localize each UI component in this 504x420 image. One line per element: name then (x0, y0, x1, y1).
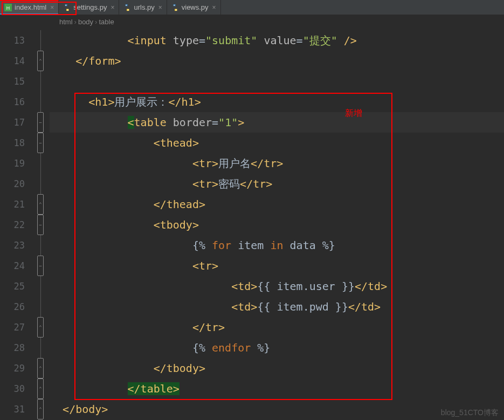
line-number: 14 (0, 51, 31, 71)
line-number: 24 (0, 256, 31, 276)
line-number: 19 (0, 153, 31, 174)
line-number: 29 (0, 358, 31, 378)
code-line[interactable]: {% endfor %} (50, 338, 504, 358)
code-line[interactable]: <tbody> (50, 215, 504, 235)
watermark: blog_51CTO博客 (441, 408, 499, 418)
line-number: 22 (0, 215, 31, 235)
python-file-icon (63, 4, 71, 11)
python-file-icon (123, 4, 131, 11)
line-number: 27 (0, 317, 31, 338)
fold-column[interactable]: ⌃−−⌃−−⌃⌃⌃⌃ (31, 28, 50, 419)
svg-point-2 (66, 4, 67, 5)
line-number: 15 (0, 71, 31, 92)
code-line[interactable]: <td>{{ item.user }}</td> (50, 276, 504, 297)
svg-point-3 (67, 9, 68, 10)
code-line[interactable]: </tbody> (50, 358, 504, 378)
fold-gutter-cell: − (31, 215, 50, 235)
line-number: 23 (0, 235, 31, 256)
fold-toggle-icon[interactable]: − (37, 133, 44, 153)
fold-gutter-cell: ⌃ (31, 51, 50, 71)
fold-gutter-cell: ⌃ (31, 378, 50, 399)
line-number: 28 (0, 338, 31, 358)
annotation-label: 新增 (345, 108, 362, 119)
line-number: 21 (0, 194, 31, 215)
fold-gutter-cell: − (31, 133, 50, 153)
svg-point-5 (128, 9, 129, 10)
fold-gutter-cell: ⌃ (31, 317, 50, 338)
fold-toggle-icon[interactable]: ⌃ (37, 358, 44, 378)
line-gutter: 13141516171819202122232425262728293031 (0, 28, 31, 419)
tab-label: index.html (15, 3, 46, 11)
code-line[interactable]: <td>{{ item.pwd }}</td> (50, 297, 504, 317)
close-icon[interactable]: × (212, 4, 216, 11)
python-file-icon (171, 4, 179, 11)
code-line[interactable]: </body> (50, 399, 504, 419)
fold-gutter-cell (31, 338, 50, 358)
fold-toggle-icon[interactable]: − (37, 256, 44, 276)
tab-views-py[interactable]: views.py× (167, 0, 221, 15)
breadcrumb-item[interactable]: body (78, 18, 93, 26)
fold-toggle-icon[interactable]: ⌃ (37, 378, 44, 399)
line-number: 25 (0, 276, 31, 297)
fold-gutter-cell: − (31, 112, 50, 133)
close-icon[interactable]: × (111, 4, 114, 11)
code-line[interactable]: <h1>用户展示：</h1> (50, 92, 504, 112)
code-line[interactable] (50, 71, 504, 92)
line-number: 18 (0, 133, 31, 153)
fold-gutter-cell (31, 276, 50, 297)
fold-gutter-cell (31, 30, 50, 51)
code-line[interactable]: <tr> (50, 256, 504, 276)
code-line[interactable]: {% for item in data %} (50, 235, 504, 256)
tab-label: urls.py (134, 3, 154, 11)
svg-point-7 (176, 9, 177, 10)
line-number: 16 (0, 92, 31, 112)
fold-toggle-icon[interactable]: ⌃ (37, 51, 44, 71)
breadcrumb: html›body›table (0, 15, 504, 28)
line-number: 20 (0, 174, 31, 194)
svg-text:H: H (6, 5, 10, 10)
code-area[interactable]: <input type="submit" value="提交" /> </for… (50, 28, 504, 419)
fold-gutter-cell (31, 297, 50, 317)
line-number: 30 (0, 378, 31, 399)
fold-gutter-cell: ⌃ (31, 358, 50, 378)
code-line[interactable]: <tr>用户名</tr> (50, 153, 504, 174)
fold-gutter-cell (31, 235, 50, 256)
fold-gutter-cell (31, 153, 50, 174)
tab-urls-py[interactable]: urls.py× (119, 0, 167, 15)
tab-label: settings.py (73, 3, 107, 11)
fold-toggle-icon[interactable]: − (37, 112, 44, 133)
code-line[interactable]: </tr> (50, 317, 504, 338)
fold-gutter-cell: ⌃ (31, 194, 50, 215)
fold-toggle-icon[interactable]: ⌃ (37, 194, 44, 215)
fold-gutter-cell (31, 174, 50, 194)
code-line[interactable]: </table> (50, 378, 504, 399)
fold-toggle-icon[interactable]: ⌃ (37, 317, 44, 338)
html-file-icon: H (4, 4, 12, 11)
svg-point-6 (174, 4, 175, 5)
svg-point-4 (126, 4, 127, 5)
code-line[interactable]: </form> (50, 51, 504, 71)
code-line[interactable]: <input type="submit" value="提交" /> (50, 30, 504, 51)
code-line[interactable]: <table border="1"> (50, 112, 504, 133)
code-editor[interactable]: 13141516171819202122232425262728293031 ⌃… (0, 28, 504, 419)
fold-gutter-cell: − (31, 256, 50, 276)
fold-gutter-cell (31, 71, 50, 92)
close-icon[interactable]: × (158, 4, 162, 11)
breadcrumb-item[interactable]: table (99, 18, 114, 26)
fold-toggle-icon[interactable]: − (37, 215, 44, 235)
code-line[interactable]: </thead> (50, 194, 504, 215)
code-line[interactable]: <thead> (50, 133, 504, 153)
tab-settings-py[interactable]: settings.py× (59, 0, 119, 15)
tab-index-html[interactable]: Hindex.html× (0, 0, 59, 15)
breadcrumb-item[interactable]: html (59, 18, 73, 26)
fold-gutter-cell: ⌃ (31, 399, 50, 419)
line-number: 31 (0, 399, 31, 419)
fold-toggle-icon[interactable]: ⌃ (37, 399, 44, 419)
line-number: 26 (0, 297, 31, 317)
fold-gutter-cell (31, 92, 50, 112)
line-number: 17 (0, 112, 31, 133)
code-line[interactable]: <tr>密码</tr> (50, 174, 504, 194)
close-icon[interactable]: × (50, 4, 54, 11)
chevron-right-icon: › (74, 18, 77, 26)
chevron-right-icon: › (95, 18, 97, 26)
